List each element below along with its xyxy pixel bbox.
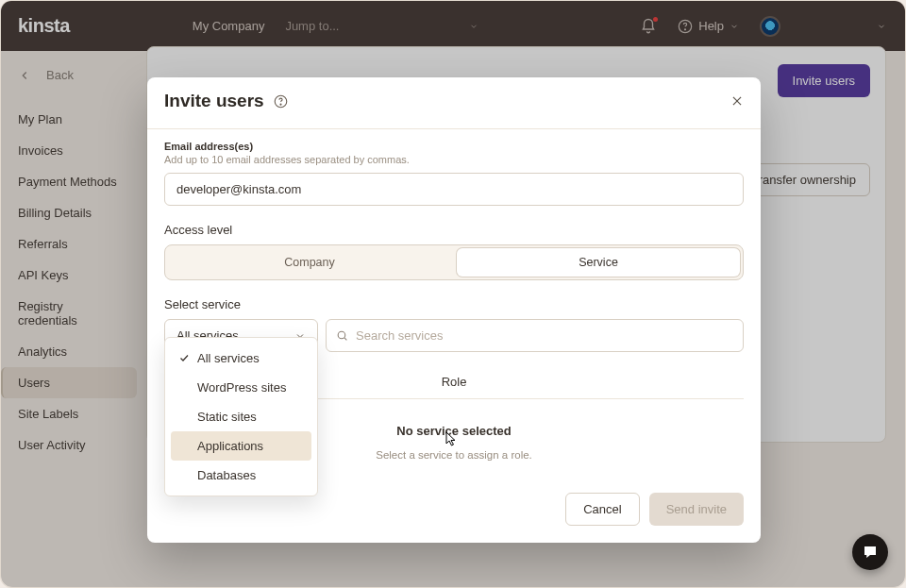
access-level-segmented: Company Service bbox=[164, 244, 744, 280]
close-button[interactable] bbox=[730, 94, 744, 108]
help-icon[interactable] bbox=[274, 94, 288, 109]
close-icon bbox=[730, 94, 744, 108]
dropdown-item-applications[interactable]: Applications bbox=[171, 431, 311, 461]
seg-service[interactable]: Service bbox=[457, 248, 740, 277]
svg-point-3 bbox=[280, 104, 281, 105]
invite-users-modal: Invite users Email address(es) Add up to… bbox=[147, 77, 761, 543]
cancel-button[interactable]: Cancel bbox=[565, 493, 639, 526]
email-input[interactable] bbox=[164, 173, 744, 206]
seg-company[interactable]: Company bbox=[168, 248, 451, 277]
dropdown-item-label: Applications bbox=[197, 439, 263, 453]
access-level-label: Access level bbox=[164, 223, 744, 237]
dropdown-item-databases[interactable]: Databases bbox=[171, 461, 311, 490]
chat-icon bbox=[862, 544, 879, 561]
service-dropdown: All services WordPress sites Static site… bbox=[164, 337, 318, 496]
svg-line-7 bbox=[344, 338, 346, 340]
dropdown-item-label: WordPress sites bbox=[197, 380, 286, 395]
search-services-input[interactable] bbox=[356, 320, 733, 351]
dropdown-item-all-services[interactable]: All services bbox=[171, 344, 311, 373]
email-sublabel: Add up to 10 email addresses separated b… bbox=[164, 154, 744, 165]
dropdown-item-static-sites[interactable]: Static sites bbox=[171, 402, 311, 431]
dropdown-item-label: Databases bbox=[197, 468, 256, 482]
dropdown-item-label: Static sites bbox=[197, 410, 257, 424]
send-invite-button[interactable]: Send invite bbox=[649, 493, 744, 526]
chat-launcher[interactable] bbox=[852, 534, 888, 570]
dropdown-item-label: All services bbox=[197, 351, 260, 365]
svg-point-6 bbox=[338, 331, 345, 339]
email-label: Email address(es) bbox=[164, 141, 744, 152]
dropdown-item-wordpress-sites[interactable]: WordPress sites bbox=[171, 373, 311, 402]
search-services-wrap[interactable] bbox=[326, 319, 744, 352]
select-service-label: Select service bbox=[164, 297, 744, 311]
check-icon bbox=[178, 352, 190, 363]
search-icon bbox=[336, 329, 348, 342]
modal-title: Invite users bbox=[164, 91, 264, 111]
